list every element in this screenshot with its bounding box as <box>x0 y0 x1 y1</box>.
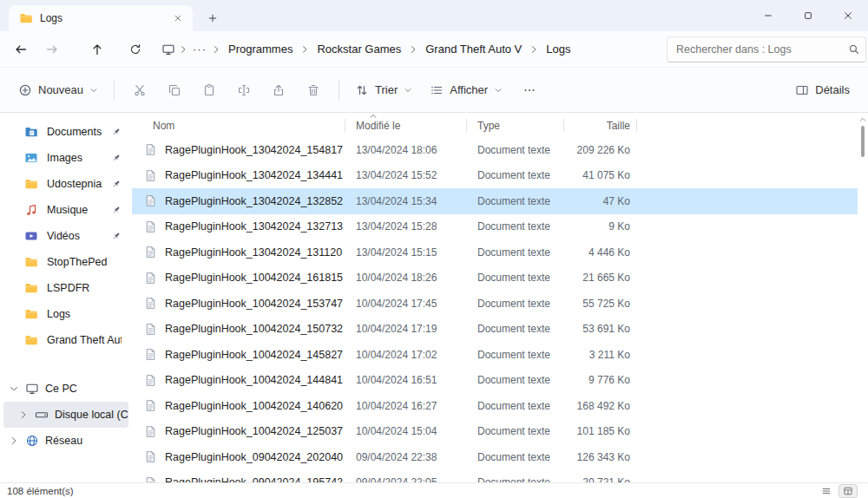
sidebar-item[interactable]: Logs <box>3 301 128 327</box>
column-header-modified[interactable]: Modifié le <box>345 114 467 137</box>
file-size: 3 211 Ko <box>564 349 637 361</box>
toolbar-separator <box>339 80 339 101</box>
music-icon <box>24 203 38 217</box>
tree-item[interactable]: Ce PC <box>3 376 128 402</box>
file-name-cell: RagePluginHook_13042024_131120 <box>132 246 345 259</box>
sidebar-item[interactable]: Vidéos <box>3 223 128 249</box>
sidebar-item[interactable]: Grand Theft Aut <box>3 327 128 353</box>
vertical-scrollbar[interactable] <box>858 115 867 481</box>
new-button[interactable]: Nouveau <box>10 77 106 103</box>
tree-item[interactable]: Disque local (C <box>3 402 128 428</box>
file-modified: 10/04/2024 16:27 <box>345 400 467 412</box>
new-tab-button[interactable] <box>200 5 226 31</box>
back-button[interactable] <box>5 36 36 63</box>
file-row[interactable]: RagePluginHook_13042024_134441 13/04/202… <box>132 163 858 189</box>
scrollbar-up-arrow[interactable] <box>858 115 867 124</box>
breadcrumb-item[interactable]: Rockstar Games <box>311 38 407 60</box>
toolbar-action-button[interactable] <box>157 75 192 106</box>
navigation-bar: ··· Programmes Rockstar Games Grand Thef… <box>0 31 868 68</box>
search-box[interactable] <box>667 36 866 62</box>
search-input[interactable] <box>676 43 843 56</box>
file-type: Document texte <box>467 349 564 361</box>
details-pane-button[interactable]: Détails <box>787 77 858 103</box>
file-name-cell: RagePluginHook_10042024_161815 <box>132 272 345 285</box>
file-row[interactable]: RagePluginHook_10042024_150732 10/04/202… <box>132 317 858 343</box>
chevron-right-icon <box>408 44 418 55</box>
more-options-button[interactable] <box>512 75 547 106</box>
file-size: 21 665 Ko <box>564 272 637 284</box>
close-button[interactable] <box>828 0 868 31</box>
maximize-button[interactable] <box>788 0 828 31</box>
column-header-size[interactable]: Taille <box>564 114 637 137</box>
sidebar-item[interactable]: Musique <box>3 197 128 223</box>
explorer-tab-logs[interactable]: Logs <box>9 5 193 31</box>
column-header-type[interactable]: Type <box>467 114 564 137</box>
toolbar-action-button[interactable] <box>192 75 227 106</box>
chevron-right-icon <box>529 44 539 55</box>
chevron-down-icon <box>494 86 503 95</box>
text-document-icon <box>144 143 157 156</box>
chevron-right-icon[interactable] <box>9 436 19 446</box>
file-row[interactable]: RagePluginHook_13042024_132713 13/04/202… <box>132 214 858 240</box>
file-name: RagePluginHook_09042024_202040 <box>165 451 343 463</box>
tab-close-button[interactable] <box>168 9 187 28</box>
up-button[interactable] <box>82 36 113 63</box>
file-modified: 13/04/2024 15:28 <box>345 220 467 233</box>
toolbar-action-button[interactable] <box>122 75 157 106</box>
chevron-down-icon[interactable] <box>9 383 19 394</box>
thumbnails-view-button[interactable] <box>838 484 858 498</box>
rename-icon <box>237 83 251 97</box>
command-toolbar: Nouveau <box>0 68 868 113</box>
file-row[interactable]: RagePluginHook_10042024_161815 10/04/202… <box>132 265 858 292</box>
toolbar-action-button[interactable] <box>227 75 261 106</box>
toolbar-action-button[interactable] <box>296 75 331 106</box>
sidebar-item[interactable]: Udostepnian <box>3 171 128 197</box>
tree-item-label: Ce PC <box>45 383 77 395</box>
toolbar-action-button[interactable] <box>261 75 296 106</box>
file-row[interactable]: RagePluginHook_10042024_145827 10/04/202… <box>132 342 858 368</box>
breadcrumb-item[interactable]: Logs <box>540 38 576 60</box>
up-icon <box>90 43 104 56</box>
sidebar-item[interactable]: Images <box>3 145 128 171</box>
sidebar-item[interactable]: LSPDFR <box>3 275 128 301</box>
breadcrumb-item[interactable]: Grand Theft Auto V <box>419 38 528 60</box>
file-type: Document texte <box>467 451 564 463</box>
forward-button[interactable] <box>36 36 68 63</box>
breadcrumb-overflow-button[interactable]: ··· <box>189 38 210 60</box>
pin-icon <box>111 127 122 137</box>
file-row[interactable]: RagePluginHook_10042024_125037 10/04/202… <box>132 419 858 445</box>
details-view-icon <box>821 486 832 496</box>
file-name-cell: RagePluginHook_13042024_132852 <box>132 194 345 207</box>
text-document-icon <box>144 323 157 336</box>
file-row[interactable]: RagePluginHook_13042024_132852 13/04/202… <box>132 188 858 214</box>
chevron-right-icon <box>211 44 221 55</box>
file-name-cell: RagePluginHook_09042024_195742 <box>132 476 345 482</box>
folder-icon <box>24 255 38 269</box>
sort-ascending-caret-icon[interactable] <box>369 114 378 121</box>
file-row[interactable]: RagePluginHook_10042024_153747 10/04/202… <box>132 291 858 317</box>
file-row[interactable]: RagePluginHook_09042024_195742 09/04/202… <box>132 470 858 483</box>
sort-button[interactable]: Trier <box>347 77 420 103</box>
tree-item[interactable]: Réseau <box>3 428 128 454</box>
file-row[interactable]: RagePluginHook_09042024_202040 09/04/202… <box>132 444 858 470</box>
file-row[interactable]: RagePluginHook_10042024_140620 10/04/202… <box>132 393 858 419</box>
minimize-button[interactable] <box>748 0 788 31</box>
details-pane-icon <box>795 83 809 97</box>
details-view-button[interactable] <box>817 484 836 498</box>
file-size: 41 075 Ko <box>564 169 637 181</box>
file-row[interactable]: RagePluginHook_10042024_144841 10/04/202… <box>132 368 858 394</box>
breadcrumb-item[interactable]: Programmes <box>222 38 299 60</box>
cut-icon <box>133 83 147 97</box>
view-button[interactable]: Afficher <box>422 77 510 103</box>
file-row[interactable]: RagePluginHook_13042024_154817 13/04/202… <box>132 137 858 163</box>
sidebar-item[interactable]: StopThePed <box>3 249 128 275</box>
sidebar-item[interactable]: Documents <box>3 119 128 145</box>
scrollbar-thumb[interactable] <box>861 126 865 157</box>
chevron-right-icon[interactable] <box>18 410 29 420</box>
column-header-name[interactable]: Nom <box>132 114 345 137</box>
refresh-button[interactable] <box>120 36 151 63</box>
file-row[interactable]: RagePluginHook_13042024_131120 13/04/202… <box>132 239 858 265</box>
file-rows: RagePluginHook_13042024_154817 13/04/202… <box>132 137 858 482</box>
file-name: RagePluginHook_13042024_132852 <box>165 195 343 207</box>
quick-access-list: Documents Images Udostepnian <box>0 119 132 353</box>
